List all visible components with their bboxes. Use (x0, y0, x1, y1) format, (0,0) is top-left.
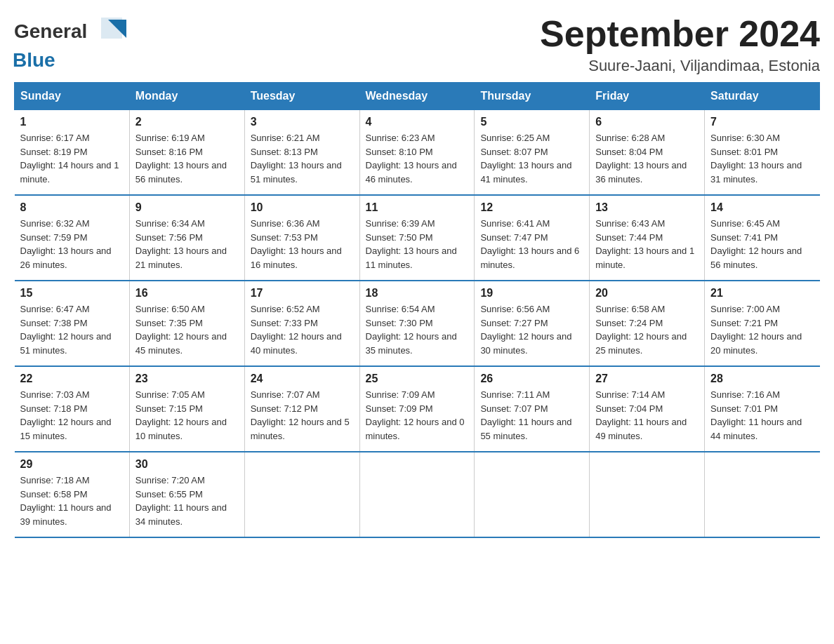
title-block: September 2024 Suure-Jaani, Viljandimaa,… (540, 14, 820, 75)
table-row: 30 Sunrise: 7:20 AMSunset: 6:55 PMDaylig… (129, 452, 244, 537)
day-info: Sunrise: 7:00 AMSunset: 7:21 PMDaylight:… (710, 302, 814, 357)
day-number: 2 (135, 116, 239, 128)
table-row: 22 Sunrise: 7:03 AMSunset: 7:18 PMDaylig… (15, 366, 130, 452)
day-info: Sunrise: 6:50 AMSunset: 7:35 PMDaylight:… (135, 302, 239, 357)
table-row: 4 Sunrise: 6:23 AMSunset: 8:10 PMDayligh… (359, 110, 475, 196)
col-saturday: Saturday (705, 83, 820, 110)
calendar-title: September 2024 (540, 14, 820, 54)
table-row: 20 Sunrise: 6:58 AMSunset: 7:24 PMDaylig… (590, 281, 705, 366)
table-row: 2 Sunrise: 6:19 AMSunset: 8:16 PMDayligh… (129, 110, 244, 196)
col-sunday: Sunday (15, 83, 130, 110)
table-row: 8 Sunrise: 6:32 AMSunset: 7:59 PMDayligh… (15, 195, 130, 281)
day-info: Sunrise: 6:21 AMSunset: 8:13 PMDaylight:… (251, 131, 354, 186)
day-info: Sunrise: 6:36 AMSunset: 7:53 PMDaylight:… (251, 217, 354, 271)
day-info: Sunrise: 6:30 AMSunset: 8:01 PMDaylight:… (710, 131, 814, 186)
logo-icon (87, 14, 129, 49)
day-number: 18 (366, 287, 469, 300)
day-info: Sunrise: 6:25 AMSunset: 8:07 PMDaylight:… (480, 131, 583, 186)
day-info: Sunrise: 7:14 AMSunset: 7:04 PMDaylight:… (595, 388, 699, 443)
table-row (244, 452, 359, 537)
table-row: 24 Sunrise: 7:07 AMSunset: 7:12 PMDaylig… (244, 366, 359, 452)
day-info: Sunrise: 6:54 AMSunset: 7:30 PMDaylight:… (366, 302, 469, 357)
calendar-week-row: 1 Sunrise: 6:17 AMSunset: 8:19 PMDayligh… (15, 110, 820, 196)
table-row: 3 Sunrise: 6:21 AMSunset: 8:13 PMDayligh… (244, 110, 359, 196)
day-info: Sunrise: 7:03 AMSunset: 7:18 PMDaylight:… (20, 388, 124, 443)
day-info: Sunrise: 6:43 AMSunset: 7:44 PMDaylight:… (595, 217, 699, 271)
day-number: 21 (710, 287, 814, 300)
table-row: 26 Sunrise: 7:11 AMSunset: 7:07 PMDaylig… (475, 366, 590, 452)
table-row: 13 Sunrise: 6:43 AMSunset: 7:44 PMDaylig… (590, 195, 705, 281)
day-number: 20 (595, 287, 699, 300)
day-info: Sunrise: 7:11 AMSunset: 7:07 PMDaylight:… (480, 388, 583, 443)
day-info: Sunrise: 6:19 AMSunset: 8:16 PMDaylight:… (135, 131, 239, 186)
page-header: General Blue September 2024 Suure-Jaani,… (14, 14, 820, 75)
col-wednesday: Wednesday (359, 83, 475, 110)
table-row: 27 Sunrise: 7:14 AMSunset: 7:04 PMDaylig… (590, 366, 705, 452)
col-tuesday: Tuesday (244, 83, 359, 110)
day-number: 9 (135, 201, 239, 214)
table-row: 19 Sunrise: 6:56 AMSunset: 7:27 PMDaylig… (475, 281, 590, 366)
day-number: 15 (20, 287, 124, 300)
day-number: 26 (480, 373, 583, 385)
day-number: 12 (480, 201, 583, 214)
day-info: Sunrise: 6:58 AMSunset: 7:24 PMDaylight:… (595, 302, 699, 357)
calendar-week-row: 8 Sunrise: 6:32 AMSunset: 7:59 PMDayligh… (15, 195, 820, 281)
day-number: 1 (20, 116, 124, 128)
calendar-table: Sunday Monday Tuesday Wednesday Thursday… (14, 82, 820, 538)
day-number: 30 (135, 458, 239, 471)
day-info: Sunrise: 6:34 AMSunset: 7:56 PMDaylight:… (135, 217, 239, 271)
table-row: 29 Sunrise: 7:18 AMSunset: 6:58 PMDaylig… (15, 452, 130, 537)
table-row: 9 Sunrise: 6:34 AMSunset: 7:56 PMDayligh… (129, 195, 244, 281)
day-number: 3 (251, 116, 354, 128)
col-friday: Friday (590, 83, 705, 110)
calendar-header-row: Sunday Monday Tuesday Wednesday Thursday… (15, 83, 820, 110)
day-info: Sunrise: 6:41 AMSunset: 7:47 PMDaylight:… (480, 217, 583, 271)
day-number: 19 (480, 287, 583, 300)
table-row: 12 Sunrise: 6:41 AMSunset: 7:47 PMDaylig… (475, 195, 590, 281)
day-number: 22 (20, 373, 124, 385)
table-row: 17 Sunrise: 6:52 AMSunset: 7:33 PMDaylig… (244, 281, 359, 366)
day-number: 17 (251, 287, 354, 300)
calendar-week-row: 15 Sunrise: 6:47 AMSunset: 7:38 PMDaylig… (15, 281, 820, 366)
day-info: Sunrise: 6:56 AMSunset: 7:27 PMDaylight:… (480, 302, 583, 357)
day-info: Sunrise: 6:28 AMSunset: 8:04 PMDaylight:… (595, 131, 699, 186)
day-info: Sunrise: 7:16 AMSunset: 7:01 PMDaylight:… (710, 388, 814, 443)
col-thursday: Thursday (475, 83, 590, 110)
logo-blue-text: Blue (13, 49, 55, 72)
table-row: 14 Sunrise: 6:45 AMSunset: 7:41 PMDaylig… (705, 195, 820, 281)
day-number: 23 (135, 373, 239, 385)
day-info: Sunrise: 6:17 AMSunset: 8:19 PMDaylight:… (20, 131, 124, 186)
day-info: Sunrise: 6:47 AMSunset: 7:38 PMDaylight:… (20, 302, 124, 357)
table-row: 16 Sunrise: 6:50 AMSunset: 7:35 PMDaylig… (129, 281, 244, 366)
table-row: 6 Sunrise: 6:28 AMSunset: 8:04 PMDayligh… (590, 110, 705, 196)
table-row: 25 Sunrise: 7:09 AMSunset: 7:09 PMDaylig… (359, 366, 475, 452)
day-number: 25 (366, 373, 469, 385)
day-number: 8 (20, 201, 124, 214)
table-row: 1 Sunrise: 6:17 AMSunset: 8:19 PMDayligh… (15, 110, 130, 196)
day-number: 4 (366, 116, 469, 128)
table-row (475, 452, 590, 537)
day-info: Sunrise: 7:05 AMSunset: 7:15 PMDaylight:… (135, 388, 239, 443)
table-row: 5 Sunrise: 6:25 AMSunset: 8:07 PMDayligh… (475, 110, 590, 196)
day-info: Sunrise: 7:07 AMSunset: 7:12 PMDaylight:… (251, 388, 354, 443)
day-info: Sunrise: 6:45 AMSunset: 7:41 PMDaylight:… (710, 217, 814, 271)
day-info: Sunrise: 7:20 AMSunset: 6:55 PMDaylight:… (135, 474, 239, 528)
day-number: 6 (595, 116, 699, 128)
day-number: 29 (20, 458, 124, 471)
logo: General Blue (14, 14, 129, 72)
day-number: 13 (595, 201, 699, 214)
table-row: 28 Sunrise: 7:16 AMSunset: 7:01 PMDaylig… (705, 366, 820, 452)
table-row: 7 Sunrise: 6:30 AMSunset: 8:01 PMDayligh… (705, 110, 820, 196)
day-info: Sunrise: 7:18 AMSunset: 6:58 PMDaylight:… (20, 474, 124, 528)
table-row: 10 Sunrise: 6:36 AMSunset: 7:53 PMDaylig… (244, 195, 359, 281)
table-row (359, 452, 475, 537)
logo-general-text: General (14, 20, 87, 43)
day-number: 28 (710, 373, 814, 385)
day-info: Sunrise: 6:39 AMSunset: 7:50 PMDaylight:… (366, 217, 469, 271)
table-row: 18 Sunrise: 6:54 AMSunset: 7:30 PMDaylig… (359, 281, 475, 366)
table-row (590, 452, 705, 537)
day-info: Sunrise: 6:23 AMSunset: 8:10 PMDaylight:… (366, 131, 469, 186)
day-number: 11 (366, 201, 469, 214)
day-info: Sunrise: 6:32 AMSunset: 7:59 PMDaylight:… (20, 217, 124, 271)
day-info: Sunrise: 7:09 AMSunset: 7:09 PMDaylight:… (366, 388, 469, 443)
